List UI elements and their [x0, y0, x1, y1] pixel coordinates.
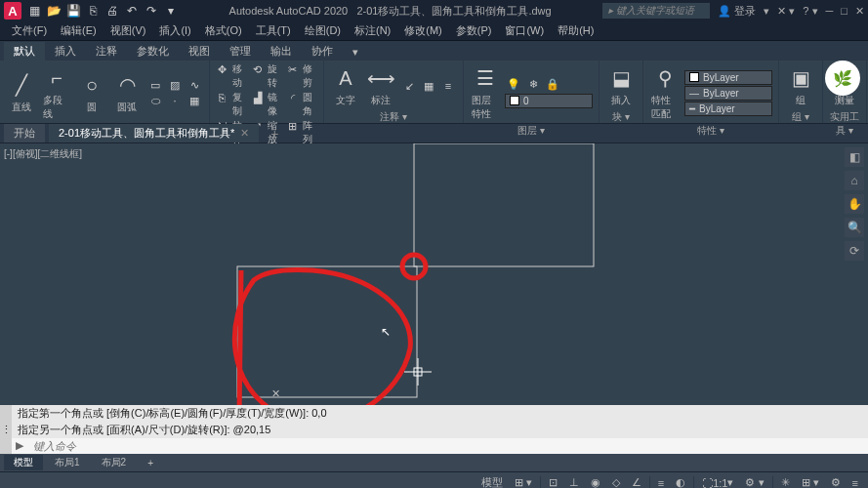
close-icon[interactable]: ✕ [855, 5, 864, 18]
panel-block-label[interactable]: 块 ▾ [605, 109, 637, 125]
ribbon-tab-collab[interactable]: 协作 [302, 42, 343, 61]
leader-icon[interactable]: ↙ [400, 79, 418, 93]
linetype-dropdown[interactable]: — ByLayer [684, 86, 772, 101]
qat-dropdown-icon[interactable]: ▾ [164, 4, 178, 18]
layout-tab-2[interactable]: 布局2 [92, 455, 137, 470]
copy-icon[interactable]: ⎘ [216, 91, 228, 104]
arc-button[interactable]: ◠圆弧 [111, 69, 143, 116]
nav-orbit-icon[interactable]: ⟳ [845, 241, 864, 261]
layer-freeze-icon[interactable]: ❄ [524, 78, 542, 92]
qat-redo-icon[interactable]: ↷ [145, 4, 158, 18]
ribbon-tab-annotate[interactable]: 注释 [86, 42, 127, 61]
rotate-icon[interactable]: ⟲ [251, 62, 264, 76]
cloud-icon[interactable]: ▾ [764, 5, 769, 18]
lineweight-dropdown[interactable]: ━ ByLayer [684, 102, 772, 116]
ribbon-tab-default[interactable]: 默认 [4, 42, 45, 61]
qat-saveas-icon[interactable]: ⎘ [86, 4, 100, 18]
point-icon[interactable]: · [166, 94, 184, 107]
match-props-button[interactable]: ⚲特性匹配 [649, 62, 681, 123]
insert-button[interactable]: ⬓插入 [605, 62, 637, 109]
panel-props-label[interactable]: 特性 ▾ [649, 123, 772, 139]
dim-button[interactable]: ⟷标注 [365, 62, 396, 109]
layer-lock-icon[interactable]: 🔒 [544, 78, 561, 92]
command-input[interactable] [33, 440, 864, 452]
table-icon[interactable]: ▦ [420, 79, 437, 93]
menu-view[interactable]: 视图(V) [104, 21, 152, 40]
ribbon-tab-manage[interactable]: 管理 [220, 42, 261, 61]
file-tab-document[interactable]: 2-01移动工具、圆角工具和倒角工具* ✕ [49, 124, 259, 142]
layout-tab-add[interactable]: + [138, 457, 163, 469]
status-lineweight-icon[interactable]: ≡ [654, 475, 668, 489]
polyline-button[interactable]: ⌐多段线 [41, 62, 72, 123]
status-osnap-icon[interactable]: ◇ [608, 474, 624, 488]
minimize-icon[interactable]: ─ [826, 5, 834, 17]
ribbon-tab-param[interactable]: 参数化 [127, 42, 179, 61]
trim-icon[interactable]: ✂ [286, 62, 299, 76]
file-tab-close-icon[interactable]: ✕ [240, 127, 249, 140]
help-icon[interactable]: ? ▾ [803, 5, 817, 18]
status-grid-icon[interactable]: ⊞ ▾ [511, 474, 536, 488]
ribbon-tab-insert[interactable]: 插入 [45, 42, 86, 61]
drawing-canvas[interactable]: [-][俯视][二维线框] 🌿 ✕ ↖ ◧ ⌂ ✋ 🔍 ⟳ [0, 143, 868, 405]
status-units-icon[interactable]: ⊞ ▾ [798, 474, 823, 488]
exchange-icon[interactable]: ✕ ▾ [777, 5, 795, 18]
layer-on-icon[interactable]: 💡 [505, 78, 522, 92]
panel-layer-label[interactable]: 图层 ▾ [470, 123, 593, 139]
status-workspace-icon[interactable]: ⚙ [827, 474, 845, 488]
circle-button[interactable]: ○圆 [76, 69, 107, 116]
menu-draw[interactable]: 绘图(D) [299, 21, 347, 40]
status-track-icon[interactable]: ∠ [628, 474, 645, 488]
region-icon[interactable]: ▦ [186, 94, 203, 107]
panel-util-label[interactable]: 实用工具 ▾ [829, 109, 860, 139]
menu-dim[interactable]: 标注(N) [349, 21, 396, 40]
status-polar-icon[interactable]: ◉ [587, 474, 604, 488]
app-logo[interactable]: A [4, 2, 21, 20]
file-tab-start[interactable]: 开始 [4, 124, 45, 142]
menu-tools[interactable]: 工具(T) [250, 21, 297, 40]
mtext-icon[interactable]: ≡ [439, 79, 457, 93]
spline-icon[interactable]: ∿ [186, 78, 203, 92]
menu-help[interactable]: 帮助(H) [552, 21, 599, 40]
ribbon-tab-more[interactable]: ▾ [343, 44, 368, 61]
nav-zoom-icon[interactable]: 🔍 [845, 218, 864, 237]
status-annotation-icon[interactable]: ✳ [777, 474, 794, 488]
status-gear-icon[interactable]: ⚙ ▾ [741, 474, 767, 488]
layer-props-button[interactable]: ☰图层特性 [470, 62, 501, 123]
command-handle-icon[interactable]: ⋮ [0, 405, 12, 454]
menu-edit[interactable]: 编辑(E) [55, 21, 103, 40]
hatch-icon[interactable]: ▨ [166, 78, 184, 92]
panel-annot-label[interactable]: 注释 ▾ [330, 109, 457, 125]
ribbon-tab-output[interactable]: 输出 [261, 42, 302, 61]
menu-window[interactable]: 窗口(W) [499, 21, 550, 40]
status-scale-button[interactable]: ⛶ 1:1 ▾ [698, 474, 737, 488]
nav-viewcube-icon[interactable]: ◧ [845, 147, 864, 167]
status-snap-icon[interactable]: ⊡ [545, 474, 561, 488]
qat-open-icon[interactable]: 📂 [47, 4, 61, 18]
nav-pan-icon[interactable]: ✋ [845, 194, 864, 214]
ribbon-tab-view[interactable]: 视图 [179, 42, 220, 61]
login-button[interactable]: 👤 登录 [718, 4, 756, 19]
rect-icon[interactable]: ▭ [146, 78, 164, 92]
layer-dropdown[interactable]: 0 [505, 94, 593, 108]
status-transparency-icon[interactable]: ◐ [672, 474, 689, 488]
menu-modify[interactable]: 修改(M) [398, 21, 448, 40]
menu-format[interactable]: 格式(O) [199, 21, 248, 40]
mirror-icon[interactable]: ▟ [251, 91, 264, 104]
search-input[interactable]: ▸ 键入关键字或短语 [602, 3, 710, 19]
maximize-icon[interactable]: □ [841, 5, 847, 17]
color-dropdown[interactable]: ByLayer [684, 70, 772, 85]
group-button[interactable]: ▣组 [785, 62, 816, 109]
move-icon[interactable]: ✥ [216, 62, 228, 76]
fillet-icon[interactable]: ◜ [286, 91, 299, 104]
qat-undo-icon[interactable]: ↶ [125, 4, 139, 18]
ellipse-icon[interactable]: ⬭ [146, 94, 164, 107]
line-button[interactable]: ╱直线 [6, 69, 37, 116]
panel-group-label[interactable]: 组 ▾ [785, 109, 816, 125]
qat-new-icon[interactable]: ▦ [27, 4, 41, 18]
layout-tab-1[interactable]: 布局1 [45, 455, 90, 470]
new-tab-button[interactable]: + [263, 126, 286, 142]
qat-print-icon[interactable]: 🖨 [105, 4, 119, 18]
layout-tab-model[interactable]: 模型 [4, 455, 43, 470]
text-button[interactable]: A文字 [330, 62, 361, 109]
status-custom-icon[interactable]: ≡ [848, 475, 862, 489]
